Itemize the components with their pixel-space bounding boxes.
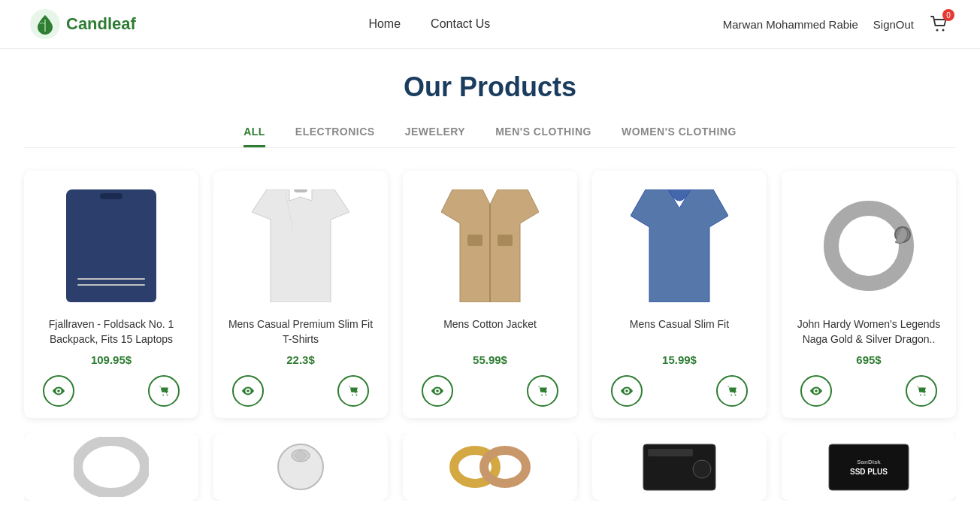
add-to-cart-button-3[interactable] xyxy=(527,375,558,407)
eye-icon-5 xyxy=(809,384,823,398)
ssd-image: SanDisk SSD PLUS xyxy=(827,443,910,492)
svg-marker-3 xyxy=(252,189,349,302)
product-image-5 xyxy=(793,186,945,306)
view-button-1[interactable] xyxy=(43,375,74,407)
product-image-3 xyxy=(414,186,566,306)
user-name: Marwan Mohammed Rabie xyxy=(723,18,858,31)
view-button-2[interactable] xyxy=(232,375,264,407)
svg-point-18 xyxy=(484,450,526,483)
logo-text: Candleaf xyxy=(66,14,136,34)
svg-point-13 xyxy=(77,441,145,493)
bracelet-image xyxy=(816,193,921,298)
product-image-2 xyxy=(225,186,377,306)
product-price-5: 695$ xyxy=(856,353,881,366)
product-name-1: Fjallraven - Foldsack No. 1 Backpack, Fi… xyxy=(35,317,187,347)
svg-point-21 xyxy=(693,460,711,478)
eye-icon-4 xyxy=(620,384,634,398)
product-card-7 xyxy=(213,433,388,501)
nav-contact[interactable]: Contact Us xyxy=(431,17,490,31)
ring2-image xyxy=(263,437,338,497)
product-card-6 xyxy=(24,433,198,501)
nav: Home Contact Us xyxy=(368,17,490,31)
product-card-3: Mens Cotton Jacket 55.99$ xyxy=(403,171,577,418)
product-name-4: Mens Casual Slim Fit xyxy=(630,317,729,347)
cart-add-icon-5 xyxy=(915,384,928,398)
svg-point-1 xyxy=(936,29,939,32)
product-actions-3 xyxy=(414,375,566,407)
sign-out-button[interactable]: SignOut xyxy=(873,18,914,31)
view-button-4[interactable] xyxy=(611,375,643,407)
svg-text:SSD PLUS: SSD PLUS xyxy=(850,468,888,476)
svg-point-11 xyxy=(831,208,906,283)
jacket-image xyxy=(441,189,539,302)
products-grid-row2: SanDisk SSD PLUS xyxy=(24,433,956,501)
cart-button[interactable]: 0 xyxy=(929,14,950,35)
main-content: Our Products ALL ELECTRONICS JEWELERY ME… xyxy=(9,49,971,518)
svg-marker-10 xyxy=(631,189,728,302)
product-actions-5 xyxy=(793,375,945,407)
product-image-1 xyxy=(35,186,187,306)
product-actions-4 xyxy=(603,375,755,407)
cart-add-icon xyxy=(157,384,171,398)
eye-icon-3 xyxy=(431,384,444,398)
cart-add-icon-2 xyxy=(346,384,360,398)
category-tabs: ALL ELECTRONICS JEWELERY MEN'S CLOTHING … xyxy=(24,126,956,148)
product-card-1: Fjallraven - Foldsack No. 1 Backpack, Fi… xyxy=(24,171,198,418)
product-actions-2 xyxy=(225,375,377,407)
tab-all[interactable]: ALL xyxy=(243,126,265,147)
tab-womens-clothing[interactable]: WOMEN'S CLOTHING xyxy=(622,126,737,147)
add-to-cart-button-1[interactable] xyxy=(148,375,180,407)
eye-icon-2 xyxy=(241,384,255,398)
cart-count: 0 xyxy=(942,9,954,21)
tab-mens-clothing[interactable]: MEN'S CLOTHING xyxy=(495,126,591,147)
view-button-5[interactable] xyxy=(800,375,832,407)
tshirt-image xyxy=(252,189,349,302)
cart-add-icon-4 xyxy=(725,384,739,398)
backpack-image xyxy=(66,189,156,302)
tab-jewelery[interactable]: JEWELERY xyxy=(405,126,466,147)
product-card-2: Mens Casual Premium Slim Fit T-Shirts 22… xyxy=(213,171,388,418)
add-to-cart-button-5[interactable] xyxy=(906,375,937,407)
eye-icon xyxy=(52,384,65,398)
logo-icon xyxy=(30,9,60,39)
product-price-2: 22.3$ xyxy=(286,353,315,366)
product-name-3: Mens Cotton Jacket xyxy=(443,317,537,347)
product-card-4: Mens Casual Slim Fit 15.99$ xyxy=(592,171,767,418)
product-card-9 xyxy=(592,433,767,501)
gold-rings-image xyxy=(449,441,531,493)
product-name-5: John Hardy Women's Legends Naga Gold & S… xyxy=(793,317,945,347)
shirt-image xyxy=(631,189,728,302)
product-name-2: Mens Casual Premium Slim Fit T-Shirts xyxy=(225,317,377,347)
products-grid-row1: Fjallraven - Foldsack No. 1 Backpack, Fi… xyxy=(24,171,956,418)
product-actions-1 xyxy=(35,375,187,407)
svg-text:SanDisk: SanDisk xyxy=(857,459,881,465)
product-price-3: 55.99$ xyxy=(473,353,507,366)
product-card-5: John Hardy Women's Legends Naga Gold & S… xyxy=(782,171,956,418)
view-button-3[interactable] xyxy=(422,375,453,407)
ring1-image xyxy=(74,437,149,497)
tab-electronics[interactable]: ELECTRONICS xyxy=(295,126,375,147)
nav-home[interactable]: Home xyxy=(368,17,401,31)
product-price-1: 109.95$ xyxy=(91,353,132,366)
header-right: Marwan Mohammed Rabie SignOut 0 xyxy=(723,14,950,35)
svg-rect-20 xyxy=(648,449,693,456)
product-card-8 xyxy=(403,433,577,501)
product-price-4: 15.99$ xyxy=(662,353,697,366)
svg-rect-8 xyxy=(467,235,482,246)
svg-rect-9 xyxy=(498,235,513,246)
product-card-10: SanDisk SSD PLUS xyxy=(782,433,956,501)
add-to-cart-button-4[interactable] xyxy=(716,375,748,407)
logo[interactable]: Candleaf xyxy=(30,9,136,39)
add-to-cart-button-2[interactable] xyxy=(337,375,369,407)
page-title: Our Products xyxy=(24,71,956,103)
cart-add-icon-3 xyxy=(536,384,549,398)
product-image-4 xyxy=(603,186,755,306)
hdd-image xyxy=(642,443,717,492)
svg-point-2 xyxy=(942,29,945,32)
header: Candleaf Home Contact Us Marwan Mohammed… xyxy=(0,0,980,49)
